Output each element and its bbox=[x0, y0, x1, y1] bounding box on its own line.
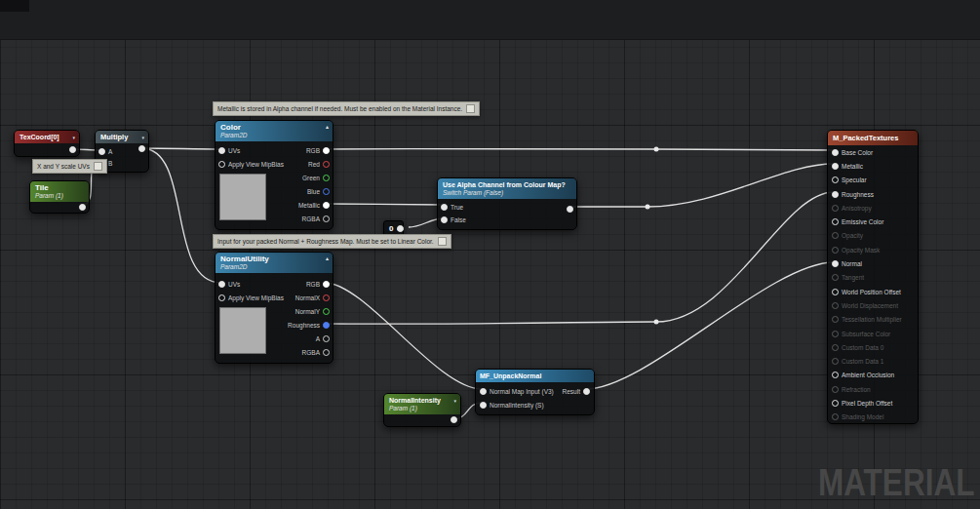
input-pin[interactable] bbox=[832, 176, 839, 183]
node-alpha-switch[interactable]: Use Alpha Channel from Colour Map? Switc… bbox=[437, 177, 577, 230]
chevron-down-icon[interactable]: ▾ bbox=[453, 397, 456, 406]
input-pin[interactable] bbox=[480, 388, 487, 395]
reroute-dot[interactable] bbox=[654, 320, 659, 325]
input-pin[interactable] bbox=[218, 281, 225, 288]
material-input-row[interactable]: Specular bbox=[828, 174, 918, 187]
wire-color-metallic-to-switch-true[interactable] bbox=[325, 204, 444, 205]
input-pin[interactable] bbox=[832, 400, 839, 407]
node-header[interactable]: NormalIntensity ▾ Param (1) bbox=[384, 394, 460, 414]
node-header[interactable]: Multiply ▾ bbox=[96, 131, 148, 143]
input-pin[interactable] bbox=[218, 161, 225, 168]
bubble-pin-icon[interactable] bbox=[438, 237, 447, 246]
material-input-row[interactable]: Ambient Occlusion bbox=[828, 369, 918, 382]
node-header[interactable]: NormalUtility ▴ Param2D bbox=[216, 253, 333, 273]
output-pin[interactable] bbox=[397, 225, 404, 232]
input-pin[interactable] bbox=[832, 163, 839, 170]
material-input-row[interactable]: Normal bbox=[828, 256, 918, 270]
output-pin[interactable] bbox=[583, 388, 590, 395]
input-pin[interactable] bbox=[480, 402, 487, 409]
output-pin[interactable] bbox=[323, 161, 330, 168]
output-pin[interactable] bbox=[69, 146, 76, 153]
node-normal-intensity[interactable]: NormalIntensity ▾ Param (1) bbox=[383, 393, 461, 427]
material-input-row[interactable]: Opacity Mask bbox=[828, 243, 918, 256]
material-input-row[interactable]: Custom Data 1 bbox=[828, 354, 918, 368]
material-input-row[interactable]: Tessellation Multiplier bbox=[828, 313, 918, 327]
node-color-texture[interactable]: Color ▴ Param2D UVs Apply View MipBias R… bbox=[215, 120, 333, 230]
wire-roughness-to-material[interactable] bbox=[325, 192, 834, 324]
material-input-row[interactable]: Emissive Color bbox=[828, 215, 918, 228]
material-input-row[interactable]: Custom Data 0 bbox=[828, 340, 918, 354]
reroute-dot[interactable] bbox=[646, 205, 650, 210]
chevron-down-icon[interactable]: ▾ bbox=[141, 134, 144, 142]
material-input-row[interactable]: Roughness bbox=[828, 187, 918, 201]
input-pin[interactable] bbox=[832, 260, 839, 267]
input-pin[interactable] bbox=[832, 302, 839, 309]
output-pin[interactable] bbox=[323, 215, 330, 222]
input-pin[interactable] bbox=[832, 232, 839, 239]
output-pin[interactable] bbox=[323, 349, 330, 356]
node-header[interactable]: Tile Param (1) bbox=[30, 181, 89, 202]
material-input-row[interactable]: World Position Offset bbox=[828, 285, 918, 298]
wire-unpack-result-to-normal[interactable] bbox=[586, 262, 834, 389]
texture-preview[interactable] bbox=[219, 307, 266, 354]
input-pin[interactable] bbox=[218, 294, 225, 301]
wire-switch-to-metallic[interactable] bbox=[570, 164, 834, 207]
chevron-down-icon[interactable]: ▾ bbox=[72, 134, 75, 142]
input-pin[interactable] bbox=[832, 274, 839, 281]
node-header[interactable]: Use Alpha Channel from Colour Map? Switc… bbox=[438, 178, 576, 199]
output-pin[interactable] bbox=[323, 322, 330, 329]
input-pin[interactable] bbox=[832, 149, 839, 156]
input-pin[interactable] bbox=[832, 358, 839, 365]
material-input-row[interactable]: Base Color bbox=[828, 145, 918, 159]
material-input-row[interactable]: Metallic bbox=[828, 159, 918, 173]
input-pin[interactable] bbox=[218, 147, 225, 154]
output-pin[interactable] bbox=[323, 188, 330, 195]
bubble-pin-icon[interactable] bbox=[94, 162, 102, 171]
collapse-icon[interactable]: ▴ bbox=[326, 123, 329, 132]
material-graph-canvas[interactable]: MATERIAL TexCoord[0] ▾ Multiply ▾ bbox=[0, 0, 980, 509]
output-pin[interactable] bbox=[323, 147, 330, 154]
texture-preview[interactable] bbox=[219, 174, 266, 220]
material-input-row[interactable]: Refraction bbox=[828, 382, 918, 396]
wire-multiply-to-normalutility-uvs[interactable] bbox=[141, 148, 221, 283]
collapse-icon[interactable]: ▴ bbox=[326, 254, 329, 263]
input-pin[interactable] bbox=[832, 344, 839, 351]
input-pin[interactable] bbox=[441, 204, 448, 211]
input-pin[interactable] bbox=[98, 148, 105, 155]
bubble-pin-icon[interactable] bbox=[466, 104, 475, 113]
input-pin[interactable] bbox=[832, 205, 839, 212]
node-texcoord[interactable]: TexCoord[0] ▾ bbox=[14, 130, 80, 157]
wire-color-rgb-to-base-color[interactable] bbox=[325, 149, 834, 150]
material-input-row[interactable]: Tangent bbox=[828, 271, 918, 285]
node-header[interactable]: M_PackedTextures bbox=[828, 131, 918, 145]
input-pin[interactable] bbox=[832, 218, 839, 225]
node-header[interactable]: TexCoord[0] ▾ bbox=[15, 131, 79, 143]
reroute-dot[interactable] bbox=[654, 147, 659, 152]
output-pin[interactable] bbox=[323, 281, 330, 288]
input-pin[interactable] bbox=[832, 331, 839, 337]
output-pin[interactable] bbox=[323, 335, 330, 342]
material-input-row[interactable]: Opacity bbox=[828, 229, 918, 243]
node-header[interactable]: MF_UnpackNormal bbox=[476, 370, 594, 382]
input-pin[interactable] bbox=[441, 216, 448, 223]
output-pin[interactable] bbox=[323, 294, 330, 301]
material-input-row[interactable]: World Displacement bbox=[828, 298, 918, 312]
node-header[interactable]: Color ▴ Param2D bbox=[216, 121, 333, 141]
input-pin[interactable] bbox=[832, 372, 839, 378]
node-unpack-normal[interactable]: MF_UnpackNormal Normal Map Input (V3) Re… bbox=[475, 369, 595, 415]
input-pin[interactable] bbox=[832, 386, 839, 393]
material-input-row[interactable]: Shading Model bbox=[828, 411, 918, 424]
output-pin[interactable] bbox=[451, 416, 457, 423]
output-pin[interactable] bbox=[323, 308, 330, 315]
output-pin[interactable] bbox=[567, 206, 573, 213]
material-input-row[interactable]: Subsurface Color bbox=[828, 327, 918, 340]
input-pin[interactable] bbox=[832, 191, 839, 198]
output-pin[interactable] bbox=[323, 175, 330, 181]
input-pin[interactable] bbox=[832, 247, 839, 254]
output-pin[interactable] bbox=[79, 204, 86, 211]
material-input-row[interactable]: Anisotropy bbox=[828, 201, 918, 215]
output-pin[interactable] bbox=[323, 202, 330, 209]
wire-multiply-to-color-uvs[interactable] bbox=[141, 148, 221, 149]
input-pin[interactable] bbox=[832, 289, 839, 295]
node-normal-utility[interactable]: NormalUtility ▴ Param2D UVs Apply View M… bbox=[215, 252, 333, 364]
